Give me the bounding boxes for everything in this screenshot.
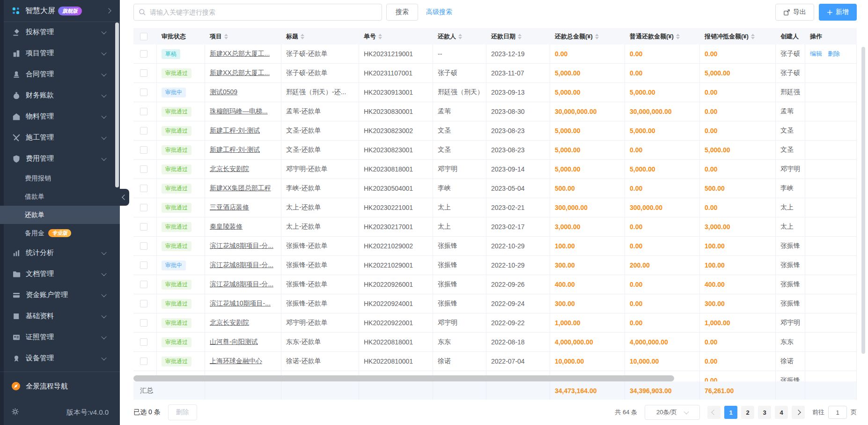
page-button-2[interactable]: 2 [741,406,754,419]
chevron-down-icon [101,134,106,139]
sidebar-item-material-management[interactable]: 物料管理 [0,106,120,127]
row-checkbox[interactable] [140,300,147,307]
sort-caret-icon[interactable] [676,34,680,39]
project-link[interactable]: 滨江花城8期项目-分... [210,242,273,250]
cell-order_no: HK20231107001 [359,64,433,82]
project-link[interactable]: 北京长安剧院 [210,319,249,327]
sidebar-item-license-management[interactable]: 证照管理 [0,327,120,348]
column-header-title[interactable]: 标题 [281,32,359,41]
project-link[interactable]: 北京长安剧院 [210,165,249,173]
project-link[interactable]: 滨江花城8期项目-分... [210,280,273,289]
sort-caret-icon[interactable] [518,34,522,39]
sidebar-item-basic-data[interactable]: 基础资料 [0,306,120,327]
page-button-1[interactable]: 1 [724,406,737,419]
project-link[interactable]: 新建工程-刘-测试 [210,146,260,154]
column-header-project[interactable]: 项目 [205,32,281,41]
project-link[interactable]: 测试0509 [210,88,237,97]
sidebar-item-petty-cash[interactable]: 备用金专业版 [0,224,120,242]
sidebar-logo[interactable]: 智慧大屏 旗舰版 [0,0,120,22]
sidebar-item-finance-accounts[interactable]: 财务账款 [0,85,120,106]
cell-normal_amount: 30,000,000.00 [625,102,700,121]
sidebar-item-expense-management[interactable]: 费用管理 [0,148,120,169]
sidebar-item-contract-management[interactable]: 合同管理 [0,64,120,85]
sidebar-item-expense-reimbursement[interactable]: 费用报销 [0,169,120,187]
edit-link[interactable]: 编辑 [810,50,822,58]
row-checkbox[interactable] [140,69,147,77]
page-size-select[interactable]: 20条/页 [645,405,700,420]
project-link[interactable]: 滨江花城10期项目-... [210,299,271,308]
sort-caret-icon[interactable] [301,34,304,39]
project-link[interactable]: 新建XX总部大厦工... [210,50,270,58]
column-header-normal_amount[interactable]: 普通还款金额(¥) [625,32,700,41]
row-checkbox[interactable] [140,223,147,231]
page-button-3[interactable]: 3 [758,406,771,419]
sidebar-item-equipment-management[interactable]: 设备管理 [0,348,120,369]
page-button-4[interactable]: 4 [775,406,788,419]
row-checkbox[interactable] [140,165,147,173]
row-checkbox[interactable] [140,89,147,96]
sidebar-item-bid-management[interactable]: 投标管理 [0,22,120,43]
cell-date: 2023-02-17 [486,217,550,236]
row-checkbox[interactable] [140,358,147,365]
row-checkbox[interactable] [140,204,147,211]
prev-page-button[interactable] [707,406,721,419]
project-link[interactable]: 山河尊-向阳测试 [210,338,258,346]
cell-creator: 孟苇 [776,102,805,121]
project-link[interactable]: 秦皇陵装修 [210,223,243,231]
column-header-date[interactable]: 还款日期 [486,32,550,41]
column-header-payer[interactable]: 还款人 [433,32,486,41]
project-link[interactable]: 上海环球金融中心 [210,357,262,365]
advanced-search-link[interactable]: 高级搜索 [426,8,452,16]
row-checkbox[interactable] [140,281,147,288]
delete-link[interactable]: 删除 [828,50,840,58]
horizontal-scrollbar[interactable] [133,375,674,381]
goto-page-input[interactable] [828,406,847,419]
next-page-button[interactable] [792,406,805,419]
status-badge: 审批中 [162,261,186,270]
row-checkbox[interactable] [140,146,147,154]
column-header-total_amount[interactable]: 还款总金额(¥) [550,32,625,41]
gear-icon[interactable] [11,408,19,418]
column-header-offset_amount[interactable]: 报销冲抵金额(¥) [700,32,776,41]
delete-button[interactable]: 删除 [168,404,197,420]
row-checkbox[interactable] [140,261,147,269]
select-all-checkbox[interactable] [140,33,147,40]
sidebar-item-statistics-analysis[interactable]: 统计分析 [0,242,120,263]
column-header-order_no[interactable]: 单号 [359,32,433,41]
summary-cell [776,381,805,400]
project-link[interactable]: 三亚酒店装修 [210,203,249,212]
row-checkbox[interactable] [140,185,147,192]
sidebar-item-fund-account-management[interactable]: 资金账户管理 [0,284,120,306]
sidebar-collapse-handle[interactable] [120,189,129,206]
export-button[interactable]: 导出 [775,4,814,21]
row-checkbox[interactable] [140,108,147,115]
project-link[interactable]: 新建工程-刘-测试 [210,127,260,135]
sidebar-item-construction-management[interactable]: 施工管理 [0,127,120,148]
project-link[interactable]: 珠穆朗玛峰—电梯... [210,107,268,116]
row-checkbox[interactable] [140,338,147,346]
row-checkbox[interactable] [140,50,147,58]
sidebar-item-project-management[interactable]: 项目管理 [0,43,120,64]
sort-caret-icon[interactable] [595,34,599,39]
sort-caret-icon[interactable] [378,34,382,39]
row-checkbox[interactable] [140,242,147,250]
project-link[interactable]: 滨江花城8期项目-分... [210,261,273,269]
search-button[interactable]: 搜索 [386,4,418,21]
project-link[interactable]: 新建XX集团总部工程 [210,184,271,193]
row-checkbox[interactable] [140,127,147,134]
sidebar-item-loan-form[interactable]: 借款单 [0,187,120,206]
add-button[interactable]: 新增 [819,4,857,21]
search-input[interactable] [133,4,382,21]
sidebar-scrollbar[interactable] [115,22,119,187]
sidebar-item-document-management[interactable]: 文档管理 [0,263,120,284]
summary-label: 汇总 [133,381,205,400]
row-checkbox[interactable] [140,319,147,327]
project-link[interactable]: 新建XX总部大厦工... [210,69,270,77]
sort-caret-icon[interactable] [751,34,755,39]
sort-caret-icon[interactable] [224,34,228,39]
sidebar-item-repayment-form[interactable]: 还款单 [0,206,120,224]
sort-caret-icon[interactable] [458,34,462,39]
sidebar-item-panorama-navigation[interactable]: 全景流程导航 [0,375,120,397]
vertical-scrollbar[interactable] [861,47,865,354]
cell-actions [805,64,857,82]
